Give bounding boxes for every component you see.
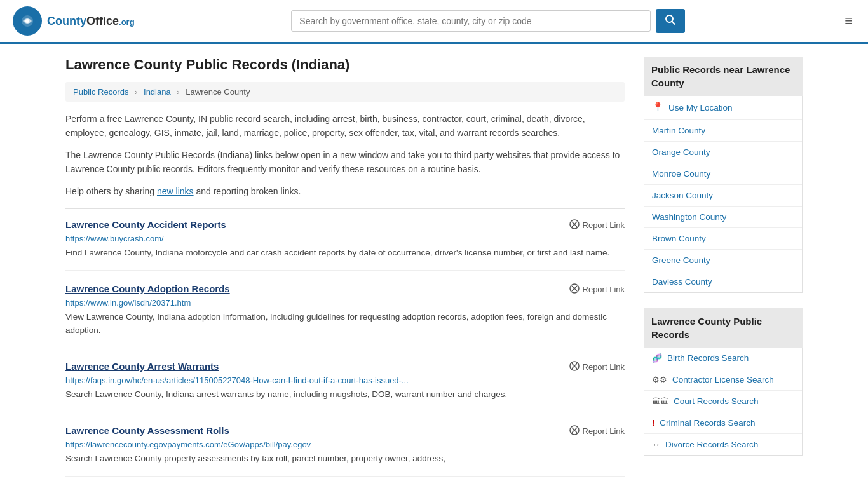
court-records-item[interactable]: 🏛 Court Records Search xyxy=(644,391,802,412)
greene-county-item[interactable]: Greene County xyxy=(644,250,802,271)
greene-county-link[interactable]: Greene County xyxy=(644,250,802,271)
contractor-records-label: Contractor License Search xyxy=(672,375,774,384)
record-title-row-0: Lawrence County Accident Reports Report … xyxy=(65,219,625,231)
divorce-records-label: Divorce Records Search xyxy=(665,440,758,449)
contractor-records-item[interactable]: ⚙ Contractor License Search xyxy=(644,369,802,391)
martin-county-link[interactable]: Martin County xyxy=(644,120,802,141)
breadcrumb-public-records[interactable]: Public Records xyxy=(73,87,128,97)
birth-icon xyxy=(652,353,662,363)
record-title-2[interactable]: Lawrence County Arrest Warrants xyxy=(65,361,219,372)
search-area xyxy=(291,9,685,33)
lc-records-section: Lawrence County Public Records Birth Rec… xyxy=(644,308,803,456)
record-desc-0: Find Lawrence County, Indiana motorcycle… xyxy=(65,247,625,260)
report-icon-0 xyxy=(569,219,580,231)
report-link-3[interactable]: Report Link xyxy=(569,425,625,437)
contractor-icon: ⚙ xyxy=(652,375,667,384)
use-location-link[interactable]: 📍 Use My Location xyxy=(644,96,802,119)
martin-county-item[interactable]: Martin County xyxy=(644,120,802,142)
sidebar: Public Records near Lawrence County 📍 Us… xyxy=(644,57,803,488)
daviess-county-item[interactable]: Daviess County xyxy=(644,271,802,292)
svg-line-4 xyxy=(672,22,675,25)
nearby-list: 📍 Use My Location Martin County Orange C… xyxy=(644,96,803,293)
court-records-label: Court Records Search xyxy=(674,396,759,406)
record-desc-1: View Lawrence County, Indiana adoption i… xyxy=(65,311,625,337)
breadcrumb-sep-2: › xyxy=(177,87,179,97)
criminal-records-label: Criminal Records Search xyxy=(660,418,755,428)
washington-county-item[interactable]: Washington County xyxy=(644,207,802,228)
breadcrumb-sep-1: › xyxy=(135,87,137,97)
report-link-1[interactable]: Report Link xyxy=(569,283,625,295)
report-icon-1 xyxy=(569,283,580,295)
birth-records-link[interactable]: Birth Records Search xyxy=(644,348,802,369)
record-title-row-1: Lawrence County Adoption Records Report … xyxy=(65,283,625,295)
breadcrumb-indiana[interactable]: Indiana xyxy=(144,87,171,97)
record-url-2[interactable]: https://faqs.in.gov/hc/en-us/articles/11… xyxy=(65,376,625,385)
new-links-link[interactable]: new links xyxy=(157,186,194,196)
birth-records-label: Birth Records Search xyxy=(667,353,749,363)
divorce-icon: ↔ xyxy=(652,440,660,449)
site-header: CountyOffice.org ≡ xyxy=(0,0,868,44)
logo-icon xyxy=(13,6,42,36)
record-title-row-2: Lawrence County Arrest Warrants Report L… xyxy=(65,361,625,373)
use-location-label: Use My Location xyxy=(668,103,733,112)
record-desc-3: Search Lawrence County property assessme… xyxy=(65,452,625,466)
lc-records-header: Lawrence County Public Records xyxy=(644,308,803,348)
report-icon-3 xyxy=(569,425,580,437)
washington-county-link[interactable]: Washington County xyxy=(644,207,802,227)
record-title-0[interactable]: Lawrence County Accident Reports xyxy=(65,219,226,230)
court-records-link[interactable]: 🏛 Court Records Search xyxy=(644,391,802,412)
birth-records-item[interactable]: Birth Records Search xyxy=(644,348,802,369)
main-content: Lawrence County Public Records (Indiana)… xyxy=(65,57,625,488)
record-entry-2: Lawrence County Arrest Warrants Report L… xyxy=(65,361,625,412)
record-title-row-3: Lawrence County Assessment Rolls Report … xyxy=(65,425,625,437)
record-entry-0: Lawrence County Accident Reports Report … xyxy=(65,219,625,271)
page-title: Lawrence County Public Records (Indiana) xyxy=(65,57,625,73)
nearby-section: Public Records near Lawrence County 📍 Us… xyxy=(644,57,803,293)
criminal-records-item[interactable]: ! Criminal Records Search xyxy=(644,412,802,434)
main-container: Lawrence County Public Records (Indiana)… xyxy=(53,44,815,488)
record-url-1[interactable]: https://www.in.gov/isdh/20371.htm xyxy=(65,298,625,308)
brown-county-link[interactable]: Brown County xyxy=(644,228,802,249)
monroe-county-link[interactable]: Monroe County xyxy=(644,163,802,184)
content-divider xyxy=(65,208,625,209)
use-location-item[interactable]: 📍 Use My Location xyxy=(644,96,802,120)
description-2: The Lawrence County Public Records (Indi… xyxy=(65,148,625,177)
search-input[interactable] xyxy=(291,10,651,32)
divorce-records-link[interactable]: ↔ Divorce Records Search xyxy=(644,434,802,455)
report-link-2[interactable]: Report Link xyxy=(569,361,625,373)
report-icon-2 xyxy=(569,361,580,373)
record-entry-1: Lawrence County Adoption Records Report … xyxy=(65,283,625,348)
daviess-county-link[interactable]: Daviess County xyxy=(644,271,802,292)
menu-button[interactable]: ≡ xyxy=(842,10,855,32)
court-icon: 🏛 xyxy=(652,396,668,406)
location-icon: 📍 xyxy=(652,102,664,113)
header-right: ≡ xyxy=(842,10,855,32)
search-button[interactable] xyxy=(656,9,685,33)
svg-point-2 xyxy=(25,19,29,23)
record-desc-2: Search Lawrence County, Indiana arrest w… xyxy=(65,388,625,402)
record-title-1[interactable]: Lawrence County Adoption Records xyxy=(65,283,230,294)
report-link-0[interactable]: Report Link xyxy=(569,219,625,231)
jackson-county-link[interactable]: Jackson County xyxy=(644,185,802,206)
description-3-post: and reporting broken links. xyxy=(194,186,301,196)
description-3-pre: Help others by sharing xyxy=(65,186,157,196)
criminal-records-link[interactable]: ! Criminal Records Search xyxy=(644,412,802,433)
record-url-3[interactable]: https://lawrencecounty.egovpayments.com/… xyxy=(65,440,625,449)
criminal-icon: ! xyxy=(652,418,654,428)
contractor-records-link[interactable]: ⚙ Contractor License Search xyxy=(644,369,802,390)
record-title-3[interactable]: Lawrence County Assessment Rolls xyxy=(65,425,229,436)
brown-county-item[interactable]: Brown County xyxy=(644,228,802,250)
logo-text: CountyOffice.org xyxy=(47,15,135,27)
divorce-records-item[interactable]: ↔ Divorce Records Search xyxy=(644,434,802,455)
breadcrumb: Public Records › Indiana › Lawrence Coun… xyxy=(65,82,625,102)
jackson-county-item[interactable]: Jackson County xyxy=(644,185,802,207)
description-3: Help others by sharing new links and rep… xyxy=(65,184,625,198)
logo[interactable]: CountyOffice.org xyxy=(13,6,135,36)
orange-county-link[interactable]: Orange County xyxy=(644,142,802,163)
description-1: Perform a free Lawrence County, IN publi… xyxy=(65,112,625,140)
record-url-0[interactable]: https://www.buycrash.com/ xyxy=(65,234,625,243)
orange-county-item[interactable]: Orange County xyxy=(644,142,802,163)
monroe-county-item[interactable]: Monroe County xyxy=(644,163,802,185)
breadcrumb-current: Lawrence County xyxy=(186,87,250,97)
lc-records-list: Birth Records Search ⚙ Contractor Licens… xyxy=(644,348,803,456)
